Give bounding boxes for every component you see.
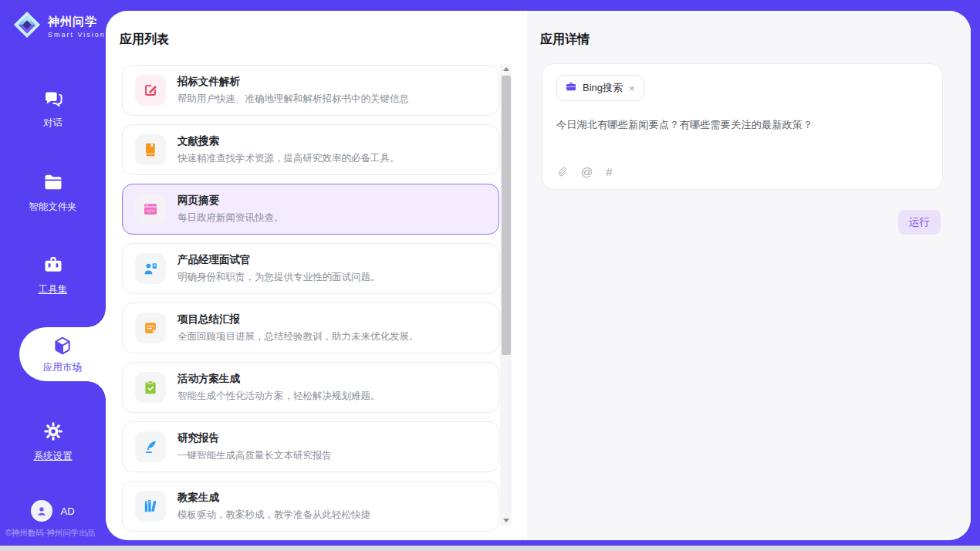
app-item-title: 教案生成 [177, 491, 370, 505]
app-list-item[interactable]: 产品经理面试官明确身份和职责，为您提供专业性的面试问题。 [122, 243, 499, 294]
app-list: 招标文件解析帮助用户快速、准确地理解和解析招标书中的关键信息文献搜索快速精准查找… [122, 65, 499, 540]
brand-logo: 神州问学 Smart Vision [12, 10, 106, 42]
app-item-description: 帮助用户快速、准确地理解和解析招标书中的关键信息 [177, 93, 409, 106]
app-item-title: 招标文件解析 [177, 75, 409, 89]
book-icon [135, 134, 166, 165]
user-account[interactable]: AD [0, 500, 106, 522]
at-icon[interactable]: @ [581, 166, 593, 177]
paperclip-icon[interactable] [556, 165, 568, 178]
app-item-texts: 活动方案生成智能生成个性化活动方案，轻松解决规划难题。 [177, 372, 380, 403]
cube-icon [52, 335, 73, 357]
sidebar-item-chat[interactable]: 对话 [0, 87, 106, 130]
tool-tag-label: Bing搜索 [583, 81, 623, 95]
app-item-title: 项目总结汇报 [177, 313, 419, 326]
scroll-down-button[interactable] [500, 516, 512, 526]
scrollbar[interactable] [500, 64, 512, 526]
app-list-item[interactable]: 文献搜索快速精准查找学术资源，提高研究效率的必备工具。 [122, 124, 499, 175]
input-toolbar: @ # [556, 165, 613, 178]
folder-icon [42, 171, 64, 193]
chat-icon [42, 87, 64, 109]
active-tab-curve-top [87, 309, 106, 327]
app-list-item[interactable]: 招标文件解析帮助用户快速、准确地理解和解析招标书中的关键信息 [122, 65, 499, 116]
clipboard-check-icon [135, 372, 166, 403]
scroll-thumb[interactable] [502, 76, 511, 355]
sidebar-item-label: 应用市场 [19, 361, 106, 374]
scroll-up-button[interactable] [500, 64, 512, 74]
app-item-texts: 招标文件解析帮助用户快速、准确地理解和解析招标书中的关键信息 [177, 75, 409, 106]
app-item-description: 智能生成个性化活动方案，轻松解决规划难题。 [177, 390, 380, 403]
prompt-text[interactable]: 今日湖北有哪些新闻要点？有哪些需要关注的最新政策？ [556, 118, 928, 132]
ink-pen-icon [135, 431, 166, 462]
app-detail-title: 应用详情 [540, 32, 590, 48]
app-detail-panel: 应用详情 Bing搜索 × 今日湖北有哪些新闻要点？有哪些需要关注的最新政策？ [527, 11, 971, 540]
browser-code-icon: </> [135, 194, 166, 225]
app-list-item[interactable]: 研究报告一键智能生成高质量长文本研究报告 [122, 421, 499, 472]
note-icon [135, 313, 166, 343]
app-item-texts: 教案生成模板驱动，教案秒成，教学准备从此轻松快捷 [177, 491, 370, 522]
briefcase-icon [565, 80, 577, 96]
arrow-up-icon [503, 67, 509, 71]
brand-subtitle: Smart Vision [48, 31, 106, 39]
tool-tag-bing-search[interactable]: Bing搜索 × [556, 75, 644, 101]
sidebar-item-settings[interactable]: 系统设置 [0, 421, 106, 463]
gear-icon [42, 421, 64, 442]
app-item-texts: 研究报告一键智能生成高质量长文本研究报告 [177, 431, 332, 462]
app-item-description: 快速精准查找学术资源，提高研究效率的必备工具。 [177, 152, 400, 165]
app-list-item[interactable]: 项目总结汇报全面回顾项目进展，总结经验教训，助力未来优化发展。 [122, 303, 499, 353]
books-icon [135, 491, 166, 522]
user-initials: AD [60, 505, 74, 517]
app-item-title: 研究报告 [177, 431, 332, 445]
sidebar-item-toolset[interactable]: 工具集 [0, 254, 106, 296]
brand-name: 神州问学 [48, 15, 106, 29]
app-item-texts: 产品经理面试官明确身份和职责，为您提供专业性的面试问题。 [177, 253, 380, 284]
edit-square-icon [135, 75, 166, 106]
app-item-title: 产品经理面试官 [177, 253, 380, 267]
diamond-logo-icon [12, 10, 42, 42]
active-tab-curve-bottom [87, 381, 106, 400]
sidebar-item-smart-folder[interactable]: 智能文件夹 [0, 171, 106, 214]
app-item-title: 文献搜索 [177, 134, 400, 148]
app-list-item[interactable]: </>网页摘要每日政府新闻资讯快查。 [122, 184, 499, 235]
interviewer-icon [135, 253, 166, 284]
app-item-description: 一键智能生成高质量长文本研究报告 [177, 449, 332, 462]
avatar [31, 500, 52, 522]
svg-text:</>: </> [147, 208, 155, 213]
toolbox-icon [42, 254, 64, 276]
app-item-texts: 文献搜索快速精准查找学术资源，提高研究效率的必备工具。 [177, 134, 400, 165]
prompt-card[interactable]: Bing搜索 × 今日湖北有哪些新闻要点？有哪些需要关注的最新政策？ @ # [542, 63, 943, 190]
app-item-title: 网页摘要 [177, 194, 284, 208]
app-item-texts: 网页摘要每日政府新闻资讯快查。 [177, 194, 284, 225]
content-overlay: 应用列表 招标文件解析帮助用户快速、准确地理解和解析招标书中的关键信息文献搜索快… [106, 11, 971, 540]
app-list-item[interactable]: 活动方案生成智能生成个性化活动方案，轻松解决规划难题。 [122, 362, 499, 413]
sidebar-item-label: 系统设置 [0, 450, 106, 463]
app-item-texts: 项目总结汇报全面回顾项目进展，总结经验教训，助力未来优化发展。 [177, 313, 419, 343]
hash-icon[interactable]: # [606, 166, 612, 177]
run-button[interactable]: 运行 [898, 210, 941, 235]
app-list-item[interactable]: 教案生成模板驱动，教案秒成，教学准备从此轻松快捷 [122, 481, 499, 532]
app-list-title: 应用列表 [120, 32, 169, 48]
sidebar-item-label: 对话 [0, 117, 106, 130]
arrow-down-icon [503, 519, 509, 522]
sidebar-item-label: 工具集 [0, 283, 106, 296]
sidebar-item-app-market-active[interactable]: 应用市场 [19, 327, 106, 381]
app-item-description: 明确身份和职责，为您提供专业性的面试问题。 [177, 271, 380, 284]
copyright-text: ©神州数码·神州问学出品 [5, 528, 111, 539]
sidebar-item-label: 智能文件夹 [0, 201, 106, 214]
app-item-description: 每日政府新闻资讯快查。 [177, 211, 284, 225]
close-icon[interactable]: × [628, 83, 636, 94]
app-item-title: 活动方案生成 [177, 372, 380, 386]
app-item-description: 全面回顾项目进展，总结经验教训，助力未来优化发展。 [177, 330, 419, 343]
app-item-description: 模板驱动，教案秒成，教学准备从此轻松快捷 [177, 509, 370, 522]
